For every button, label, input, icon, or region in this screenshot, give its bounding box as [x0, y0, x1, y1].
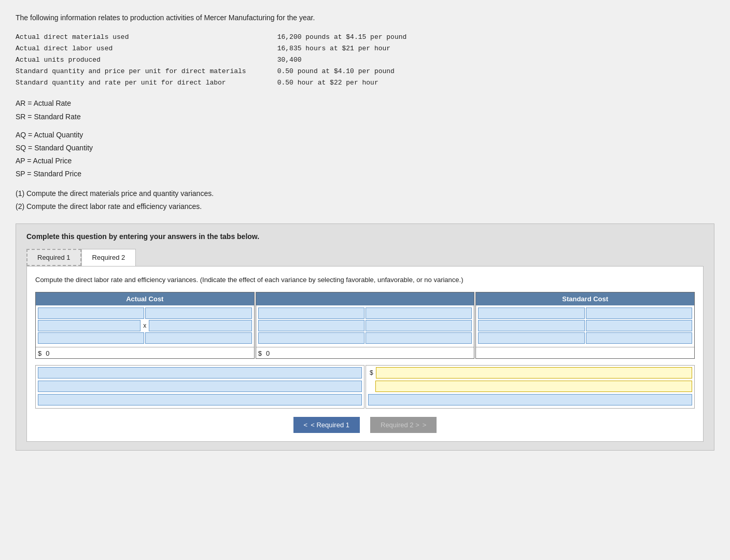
- dollar-sign-1: $: [38, 349, 41, 357]
- intro-text: The following information relates to pro…: [16, 12, 714, 23]
- bottom-nav: < < Required 1 Required 2 > >: [35, 417, 695, 433]
- standard-cost-header: Standard Cost: [476, 292, 694, 305]
- standard-cost-input-1a[interactable]: [478, 307, 584, 319]
- actual-cost-input-2a[interactable]: [38, 320, 141, 331]
- standard-cost-input-3b[interactable]: [586, 332, 692, 344]
- prev-label: < Required 1: [311, 421, 349, 429]
- info-right-line5: 0.50 hour at $22 per hour: [277, 77, 407, 89]
- content-description: Compute the direct labor rate and effici…: [35, 275, 695, 285]
- tab-required1[interactable]: Required 1: [26, 249, 81, 266]
- middle-row3: [258, 332, 472, 344]
- standard-cost-total: [476, 347, 694, 351]
- question-instruction: Complete this question by entering your …: [26, 232, 704, 241]
- info-right: 16,200 pounds at $4.15 per pound 16,835 …: [277, 32, 407, 89]
- middle-input-2a[interactable]: [258, 320, 364, 331]
- info-left: Actual direct materials used Actual dire…: [16, 32, 246, 89]
- next-button[interactable]: Required 2 > >: [370, 417, 437, 433]
- tab-required2-label: Required 2: [92, 254, 125, 261]
- abbr-sp: SP = Standard Price: [16, 167, 714, 180]
- total-value-2: 0: [264, 349, 272, 357]
- variance-cell-left: [35, 365, 364, 409]
- actual-cost-total: $ 0: [36, 347, 254, 358]
- standard-cost-rows: [476, 305, 694, 347]
- question-2: (2) Compute the direct labor rate and ef…: [16, 200, 714, 213]
- info-left-line4: Standard quantity and price per unit for…: [16, 66, 246, 77]
- var-left-input-3[interactable]: [38, 394, 362, 405]
- variance-section: $: [35, 365, 695, 409]
- info-right-line3: 30,400: [277, 54, 407, 66]
- standard-cost-input-2a[interactable]: [478, 320, 584, 331]
- info-right-line1: 16,200 pounds at $4.15 per pound: [277, 32, 407, 43]
- info-left-line3: Actual units produced: [16, 54, 246, 66]
- prev-button[interactable]: < < Required 1: [293, 417, 360, 433]
- middle-input-3b[interactable]: [366, 332, 472, 344]
- dollar-sign-2: $: [258, 349, 262, 357]
- variance-table: Actual Cost x: [35, 292, 695, 359]
- middle-section: $ 0: [256, 292, 475, 359]
- abbr-sq: SQ = Standard Quantity: [16, 142, 714, 155]
- next-label: Required 2 >: [381, 421, 419, 429]
- page-wrapper: The following information relates to pro…: [0, 0, 730, 560]
- var-mid-input-2[interactable]: [375, 381, 692, 392]
- total-value-1: 0: [44, 349, 51, 357]
- middle-input-1a[interactable]: [258, 307, 364, 319]
- info-block: Actual direct materials used Actual dire…: [16, 32, 714, 89]
- variance-row: $: [35, 365, 695, 409]
- abbreviations: AR = Actual Rate SR = Standard Rate AQ =…: [16, 97, 714, 180]
- info-left-line2: Actual direct labor used: [16, 43, 246, 54]
- middle-input-2b[interactable]: [366, 320, 472, 331]
- var-left-input-1[interactable]: [38, 367, 362, 379]
- var-mid-row2: [368, 381, 692, 392]
- var-mid-input-3[interactable]: [368, 394, 692, 405]
- abbr-sr: SR = Standard Rate: [16, 110, 714, 123]
- standard-cost-row2: [478, 320, 692, 331]
- actual-cost-rows: x: [36, 305, 254, 347]
- standard-cost-input-2b[interactable]: [586, 320, 692, 331]
- actual-cost-input-1b[interactable]: [145, 307, 251, 319]
- var-mid-input-1[interactable]: [376, 367, 692, 379]
- tabs-row: Required 1 Required 2: [26, 249, 704, 266]
- actual-cost-header: Actual Cost: [36, 292, 254, 305]
- content-area: Compute the direct labor rate and effici…: [26, 266, 704, 442]
- standard-cost-section: Standard Cost: [475, 292, 695, 359]
- tab-required2[interactable]: Required 2: [81, 249, 136, 266]
- tab-required1-label: Required 1: [37, 254, 71, 261]
- standard-cost-row1: [478, 307, 692, 319]
- var-mid-row3: [368, 394, 692, 405]
- variance-middle-inputs: $: [368, 367, 692, 407]
- variance-left-inputs: [38, 367, 362, 407]
- actual-cost-input-1a[interactable]: [38, 307, 144, 319]
- question-box: Complete this question by entering your …: [16, 223, 714, 451]
- x-label: x: [142, 322, 148, 329]
- abbr-ar: AR = Actual Rate: [16, 97, 714, 110]
- info-right-line4: 0.50 pound at $4.10 per pound: [277, 66, 407, 77]
- var-left-row3: [38, 394, 362, 405]
- next-icon: >: [423, 421, 427, 429]
- middle-header: [256, 292, 474, 305]
- abbr-ap: AP = Actual Price: [16, 155, 714, 167]
- middle-total: $ 0: [256, 347, 474, 358]
- actual-cost-row2: x: [38, 320, 252, 331]
- actual-cost-input-3b[interactable]: [145, 332, 251, 344]
- middle-row2: [258, 320, 472, 331]
- actual-cost-input-3a[interactable]: [38, 332, 144, 344]
- info-left-line5: Standard quantity and rate per unit for …: [16, 77, 246, 89]
- info-left-line1: Actual direct materials used: [16, 32, 246, 43]
- question-1: (1) Compute the direct materials price a…: [16, 187, 714, 200]
- middle-rows: [256, 305, 474, 347]
- middle-input-1b[interactable]: [366, 307, 472, 319]
- middle-row1: [258, 307, 472, 319]
- var-left-row2: [38, 381, 362, 392]
- var-left-input-2[interactable]: [38, 381, 362, 392]
- actual-cost-input-2b[interactable]: [149, 320, 251, 331]
- abbr-aq: AQ = Actual Quantity: [16, 129, 714, 142]
- var-left-row1: [38, 367, 362, 379]
- actual-cost-section: Actual Cost x: [35, 292, 255, 359]
- middle-input-3a[interactable]: [258, 332, 364, 344]
- standard-cost-row3: [478, 332, 692, 344]
- standard-cost-input-1b[interactable]: [586, 307, 692, 319]
- prev-icon: <: [304, 421, 308, 429]
- standard-cost-input-3a[interactable]: [478, 332, 584, 344]
- var-mid-row1: $: [368, 367, 692, 379]
- actual-cost-row1: [38, 307, 252, 319]
